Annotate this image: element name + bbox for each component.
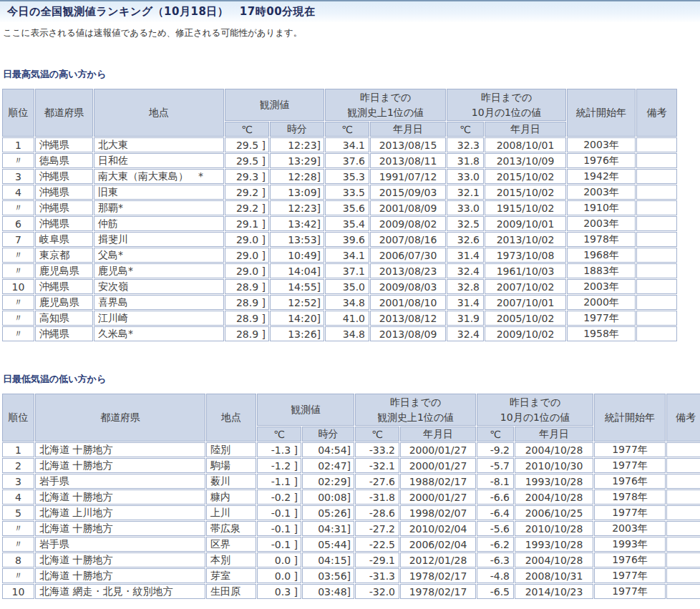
cell-prefecture: 北海道 十勝地方 [35,442,205,457]
cell-record-date: 2000/01/27 [400,442,476,457]
cell-record-date: 2006/07/30 [370,248,446,263]
table-row: 4北海道 十勝地方糠内-0.2 ]00:08]-31.82000/01/27-6… [2,489,700,505]
table-row: 1北海道 十勝地方陸別-1.3 ]04:54]-33.22000/01/27-9… [2,442,700,457]
cell-start-year: 2003年 [567,279,636,294]
cell-observed-temp: 28.9 ] [225,279,269,294]
cell-start-year: 1977年 [567,311,636,326]
cell-october-date: 2007/10/02 [485,279,566,294]
table-row: 〃徳島県日和佐29.5 ]13:29]37.62013/08/1131.8201… [2,153,677,168]
cell-october-date: 2008/10/01 [485,137,566,152]
table-row: 3沖縄県南大東（南大東島） *29.3 ]12:28]35.31991/07/1… [2,169,677,184]
cell-october-temp: 32.3 [447,137,484,152]
cell-station: 区界 [206,537,256,552]
unit-header-date: 年月日 [515,427,593,442]
cell-record-date: 2013/08/15 [370,137,446,152]
cell-record-temp: 33.5 [325,185,369,200]
cell-station: 江川崎 [94,311,224,326]
cell-record-date: 2013/08/09 [370,326,446,341]
cell-rank: 6 [2,216,34,231]
cell-rank: 1 [2,137,34,152]
cell-observed-temp: -1.1 ] [257,474,301,489]
cell-october-date: 1961/10/03 [485,263,566,278]
cell-start-year: 1978年 [567,232,636,247]
cell-station: 駒場 [206,458,256,473]
unit-header-temp: ℃ [447,122,484,137]
cell-record-temp: 34.8 [325,295,369,310]
unit-header-temp: ℃ [325,122,369,137]
cell-observed-temp: 28.9 ] [225,295,269,310]
cell-remarks [666,568,700,583]
cell-october-temp: -6.3 [477,552,514,567]
cell-station: 安次嶺 [94,279,224,294]
min-temp-table: 順位 都道府県 地点 観測値 昨日までの 観測史上1位の値 昨日までの 10月の… [1,393,700,600]
cell-record-temp: 34.1 [325,137,369,152]
cell-prefecture: 徳島県 [35,153,93,168]
cell-observed-time: 13:26] [270,326,324,341]
cell-prefecture: 高知県 [35,311,93,326]
cell-station: 旧東 [94,185,224,200]
cell-rank: 〃 [2,568,34,583]
cell-record-date: 2013/08/12 [370,311,446,326]
unit-header-date: 年月日 [400,427,476,442]
max-temp-section: 日最高気温の高い方から 順位 都道府県 地点 観測値 昨日までの 観測史上1位の… [0,68,700,342]
cell-prefecture: 北海道 十勝地方 [35,489,205,505]
cell-station: 喜界島 [94,295,224,310]
cell-rank: 〃 [2,295,34,310]
cell-prefecture: 岩手県 [35,474,205,489]
cell-record-date: 2000/01/27 [400,458,476,473]
cell-record-date: 2013/08/23 [370,263,446,278]
cell-october-temp: -6.2 [477,537,514,552]
cell-station: 薮川 [206,474,256,489]
cell-observed-temp: -0.1 ] [257,537,301,552]
notice-text: ここに表示される値は速報値であるため、修正される可能性があります。 [3,27,700,39]
cell-observed-temp: 29.0 ] [225,263,269,278]
cell-october-date: 2015/10/02 [485,185,566,200]
cell-remarks [636,311,677,326]
cell-rank: 3 [2,169,34,184]
cell-remarks [636,295,677,310]
cell-prefecture: 沖縄県 [35,200,93,215]
cell-rank: 〃 [2,248,34,263]
page-header: 今日の全国観測値ランキング（10月18日） 17時00分現在 [0,0,700,22]
cell-october-temp: 31.9 [447,311,484,326]
cell-observed-time: 00:08] [302,489,354,505]
cell-remarks [636,326,677,341]
cell-prefecture: 北海道 十勝地方 [35,521,205,536]
cell-record-date: 2009/08/03 [370,279,446,294]
cell-observed-time: 05:26] [302,505,354,520]
cell-october-date: 1915/10/02 [485,200,566,215]
table-row: 〃高知県江川崎28.9 ]14:20]41.02013/08/1231.9200… [2,311,677,326]
cell-record-date: 2009/08/02 [370,216,446,231]
cell-remarks [636,279,677,294]
cell-rank: 1 [2,442,34,457]
cell-start-year: 1910年 [567,200,636,215]
cell-october-temp: -6.5 [477,584,514,599]
cell-october-temp: -9.2 [477,442,514,457]
cell-prefecture: 北海道 十勝地方 [35,568,205,583]
cell-observed-temp: 29.2 ] [225,185,269,200]
cell-record-temp: -27.2 [355,521,399,536]
cell-record-date: 1978/02/17 [400,584,476,599]
table-row: 8北海道 十勝地方本別0.0 ]04:15]-29.12012/01/28-6.… [2,552,700,567]
cell-observed-time: 02:29] [302,474,354,489]
cell-record-date: 1978/02/17 [400,568,476,583]
cell-october-date: 2004/10/28 [515,552,593,567]
cell-station: 芽室 [206,568,256,583]
col-header-observed-group: 観測値 [257,394,354,426]
cell-observed-time: 03:56] [302,568,354,583]
cell-rank: 〃 [2,311,34,326]
cell-station: 本別 [206,552,256,567]
cell-rank: 2 [2,458,34,473]
cell-record-temp: -31.8 [355,489,399,505]
cell-observed-time: 12:23] [270,137,324,152]
cell-remarks [666,458,700,473]
cell-record-temp: 34.1 [325,248,369,263]
cell-rank: 〃 [2,200,34,215]
cell-remarks [666,584,700,599]
cell-record-temp: 35.4 [325,216,369,231]
cell-observed-temp: 0.0 ] [257,552,301,567]
table-row: 〃岩手県区界-0.1 ]05:44]-22.52006/02/04-6.2199… [2,537,700,552]
cell-october-temp: 32.5 [447,216,484,231]
unit-header-temp: ℃ [257,427,301,442]
cell-observed-time: 13:29] [270,153,324,168]
